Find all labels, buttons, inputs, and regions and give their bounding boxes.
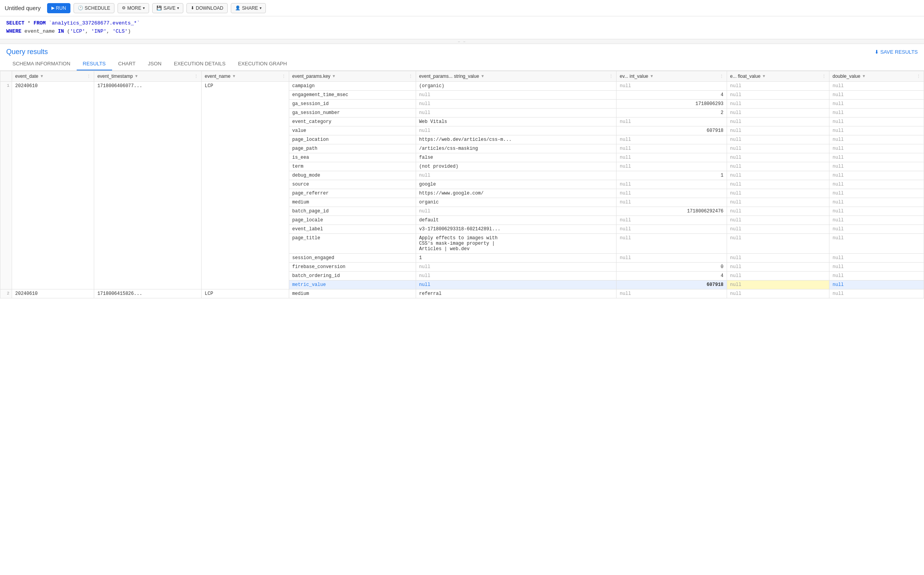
cell-int-value: 2 [617, 108, 727, 117]
toolbar: Untitled query ▶ RUN 🕐 SCHEDULE ⚙ MORE ▾… [0, 0, 924, 16]
filter-icon-event-date[interactable]: ⋮ [87, 74, 91, 78]
schedule-icon: 🕐 [78, 5, 83, 11]
save-results-icon: ⬇ [875, 49, 879, 55]
row-number: 2 [0, 289, 12, 298]
filter-icon-params-key[interactable]: ⋮ [409, 74, 413, 78]
filter-icon-event-name[interactable]: ⋮ [282, 74, 286, 78]
col-event-params-key[interactable]: event_params.key ▼ ⋮ [289, 71, 416, 81]
sort-icon-int-value: ▼ [650, 74, 654, 78]
col-string-value[interactable]: event_params... string_value ▼ ⋮ [416, 71, 617, 81]
sort-icon-params-key: ▼ [332, 74, 336, 78]
results-table-container[interactable]: event_date ▼ ⋮ event_timestamp ▼ ⋮ [0, 71, 924, 568]
cell-float-value: null [727, 180, 829, 189]
cell-int-value: null [617, 189, 727, 198]
row-number: 1 [0, 81, 12, 289]
tab-schema[interactable]: SCHEMA INFORMATION [6, 58, 77, 70]
results-title: Query results [6, 48, 48, 56]
filter-icon-float-value[interactable]: ⋮ [822, 74, 826, 78]
cell-int-value: null [617, 180, 727, 189]
cell-param-key: engagement_time_msec [289, 90, 416, 99]
col-rownum [0, 71, 12, 81]
filter-icon-double-value[interactable]: ⋮ [917, 74, 920, 78]
download-icon: ⬇ [191, 5, 194, 11]
col-event-name[interactable]: event_name ▼ ⋮ [202, 71, 289, 81]
cell-param-key: page_referrer [289, 189, 416, 198]
cell-float-value: null [727, 81, 829, 90]
download-label: DOWNLOAD [196, 5, 223, 11]
table-row[interactable]: 1202406101718006406077...LCPcampaign(org… [0, 81, 924, 90]
col-int-value[interactable]: ev... int_value ▼ ⋮ [617, 71, 727, 81]
cell-int-value: null [617, 253, 727, 262]
cell-float-value: null [727, 99, 829, 108]
cell-string-value: v3-1718006293318-60214289l... [416, 224, 617, 233]
cell-string-value: Apply effects to images with CSS's mask-… [416, 233, 617, 253]
run-icon: ▶ [51, 5, 54, 11]
col-float-value[interactable]: e... float_value ▼ ⋮ [727, 71, 829, 81]
cell-float-value: null [727, 289, 829, 298]
tab-json[interactable]: JSON [142, 58, 168, 70]
more-button[interactable]: ⚙ MORE ▾ [118, 3, 149, 13]
save-icon: 💾 [156, 5, 162, 11]
cell-float-value: null [727, 126, 829, 135]
cell-string-value: null [416, 108, 617, 117]
save-label: SAVE [163, 5, 176, 11]
sql-editor[interactable]: SELECT * FROM `analytics_337268677.event… [0, 16, 924, 39]
tab-execution-graph[interactable]: EXECUTION GRAPH [232, 58, 293, 70]
cell-string-value: organic [416, 198, 617, 207]
cell-double-value: null [829, 271, 924, 280]
cell-float-value: null [727, 198, 829, 207]
cell-param-key: page_title [289, 233, 416, 253]
cell-string-value: null [416, 126, 617, 135]
cell-param-key: medium [289, 198, 416, 207]
table-row[interactable]: 2202406101718006415826...LCPmediumreferr… [0, 289, 924, 298]
resize-handle[interactable]: — — [0, 39, 924, 44]
schedule-button[interactable]: 🕐 SCHEDULE [74, 3, 114, 13]
col-double-value[interactable]: double_value ▼ ⋮ [829, 71, 924, 81]
cell-string-value: (not provided) [416, 162, 617, 171]
cell-float-value: null [727, 189, 829, 198]
col-event-timestamp[interactable]: event_timestamp ▼ ⋮ [94, 71, 202, 81]
cell-int-value: null [617, 233, 727, 253]
cell-param-key: term [289, 162, 416, 171]
run-button[interactable]: ▶ RUN [47, 3, 70, 13]
filter-icon-int-value[interactable]: ⋮ [720, 74, 724, 78]
results-table: event_date ▼ ⋮ event_timestamp ▼ ⋮ [0, 71, 924, 298]
cell-double-value: null [829, 81, 924, 90]
tabs-bar: SCHEMA INFORMATION RESULTS CHART JSON EX… [0, 58, 924, 71]
tab-chart[interactable]: CHART [112, 58, 142, 70]
share-label: SHARE [242, 5, 258, 11]
cell-string-value: null [416, 207, 617, 216]
save-results-button[interactable]: ⬇ SAVE RESULTS [875, 49, 918, 55]
cell-int-value: 1718006293 [617, 99, 727, 108]
cell-string-value: 1 [416, 253, 617, 262]
tab-results[interactable]: RESULTS [77, 58, 112, 70]
cell-double-value: null [829, 90, 924, 99]
share-button[interactable]: 👤 SHARE ▾ [231, 3, 266, 13]
cell-string-value: default [416, 216, 617, 224]
cell-int-value: 4 [617, 90, 727, 99]
tab-execution-details[interactable]: EXECUTION DETAILS [168, 58, 232, 70]
cell-double-value: null [829, 153, 924, 162]
cell-double-value: null [829, 126, 924, 135]
cell-event-date: 20240610 [12, 81, 94, 289]
download-button[interactable]: ⬇ DOWNLOAD [186, 3, 228, 13]
filter-icon-event-timestamp[interactable]: ⋮ [194, 74, 198, 78]
cell-int-value: null [617, 289, 727, 298]
col-event-date[interactable]: event_date ▼ ⋮ [12, 71, 94, 81]
cell-string-value: null [416, 262, 617, 271]
cell-double-value: null [829, 262, 924, 271]
cell-float-value: null [727, 117, 829, 126]
cell-double-value: null [829, 162, 924, 171]
sort-icon-double-value: ▼ [862, 74, 866, 78]
filter-icon-string-value[interactable]: ⋮ [609, 74, 613, 78]
cell-event-date: 20240610 [12, 289, 94, 298]
cell-param-key: batch_page_id [289, 207, 416, 216]
cell-string-value: null [416, 99, 617, 108]
save-button[interactable]: 💾 SAVE ▾ [152, 3, 183, 13]
cell-double-value: null [829, 99, 924, 108]
cell-float-value: null [727, 233, 829, 253]
cell-float-value: null [727, 207, 829, 216]
cell-float-value: null [727, 253, 829, 262]
table-header-row: event_date ▼ ⋮ event_timestamp ▼ ⋮ [0, 71, 924, 81]
sort-icon-event-timestamp: ▼ [135, 74, 139, 78]
